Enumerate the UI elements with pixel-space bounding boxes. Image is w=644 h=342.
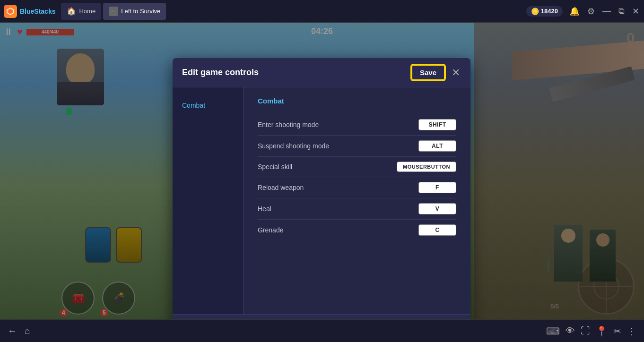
- edit-controls-dialog: Edit game controls Save ✕ Combat Combat …: [173, 58, 470, 319]
- game-tab-icon: 🎮: [109, 7, 118, 16]
- screen-icon[interactable]: ⛶: [581, 325, 590, 336]
- action-special-skill: Special skill: [258, 163, 292, 171]
- binding-row-grenade: Grenade C: [258, 220, 456, 240]
- binding-row-enter-shooting: Enter shooting mode SHIFT: [258, 114, 456, 136]
- coin-amount: 18420: [541, 8, 558, 15]
- settings-icon[interactable]: ⚙: [586, 5, 596, 17]
- menu-icon[interactable]: ⋮: [627, 325, 636, 337]
- key-btn-reload-weapon[interactable]: F: [418, 182, 456, 193]
- bottombar: ← ⌂ ⌨ 👁 ⛶ 📍 ✂ ⋮: [0, 319, 644, 342]
- notification-icon[interactable]: 🔔: [568, 5, 581, 17]
- minimize-icon[interactable]: —: [601, 5, 612, 17]
- bottombar-home-icon[interactable]: ⌂: [25, 325, 30, 336]
- location-icon[interactable]: 📍: [596, 325, 608, 337]
- dialog-body: Combat Combat Enter shooting mode SHIFT …: [173, 87, 470, 314]
- dialog-header: Edit game controls Save ✕: [173, 58, 470, 87]
- key-btn-suspend-shooting[interactable]: ALT: [418, 140, 456, 152]
- binding-row-heal: Heal V: [258, 198, 456, 220]
- sidebar-item-combat-label: Combat: [182, 102, 205, 109]
- dialog-footer: Tip - Click the key box to assign a new …: [173, 314, 470, 319]
- keyboard-icon[interactable]: ⌨: [546, 325, 560, 337]
- action-grenade: Grenade: [258, 226, 283, 234]
- coin-icon: 🪙: [531, 8, 539, 15]
- section-title-combat: Combat: [258, 97, 456, 105]
- action-heal: Heal: [258, 205, 271, 213]
- close-window-icon[interactable]: ✕: [631, 5, 640, 17]
- dialog-content: Combat Enter shooting mode SHIFT Suspend…: [244, 87, 470, 314]
- dialog-header-actions: Save ✕: [411, 65, 463, 80]
- bottombar-left: ← ⌂: [8, 325, 30, 336]
- home-tab-icon: 🏠: [67, 7, 76, 16]
- bluestacks-label: BlueStacks: [20, 8, 55, 15]
- bs-logo-icon: [4, 5, 17, 18]
- game-area: ⏸ ♥ 440/440 04:26 🧰 4 💣: [0, 23, 644, 319]
- save-button[interactable]: Save: [411, 65, 445, 80]
- action-enter-shooting: Enter shooting mode: [258, 121, 319, 128]
- coins-display: 🪙 18420: [526, 6, 563, 17]
- action-reload-weapon: Reload weapon: [258, 184, 304, 191]
- key-btn-grenade[interactable]: C: [418, 224, 456, 236]
- topbar: BlueStacks 🏠 Home 🎮 Left to Survive 🪙 18…: [0, 0, 644, 23]
- cut-icon[interactable]: ✂: [613, 325, 621, 337]
- game-tab-label: Left to Survive: [121, 8, 160, 15]
- restore-icon[interactable]: ⧉: [618, 5, 626, 17]
- eye-icon[interactable]: 👁: [566, 325, 575, 336]
- binding-row-reload-weapon: Reload weapon F: [258, 177, 456, 198]
- bottombar-right: ⌨ 👁 ⛶ 📍 ✂ ⋮: [546, 325, 636, 337]
- key-btn-enter-shooting[interactable]: SHIFT: [418, 119, 456, 130]
- key-btn-heal[interactable]: V: [418, 203, 456, 214]
- topbar-right: 🪙 18420 🔔 ⚙ — ⧉ ✕: [526, 5, 640, 17]
- binding-row-special-skill: Special skill MOUSERBUTTON: [258, 157, 456, 177]
- home-tab-label: Home: [79, 8, 96, 15]
- dialog-sidebar: Combat: [173, 87, 244, 314]
- back-icon[interactable]: ←: [8, 325, 17, 336]
- sidebar-item-combat[interactable]: Combat: [173, 97, 243, 114]
- key-btn-special-skill[interactable]: MOUSERBUTTON: [397, 162, 456, 172]
- action-suspend-shooting: Suspend shooting mode: [258, 142, 329, 150]
- binding-row-suspend-shooting: Suspend shooting mode ALT: [258, 136, 456, 157]
- dialog-title: Edit game controls: [182, 68, 259, 77]
- bluestacks-logo: BlueStacks: [4, 5, 55, 18]
- home-tab[interactable]: 🏠 Home: [61, 3, 101, 20]
- game-tab[interactable]: 🎮 Left to Survive: [103, 3, 166, 20]
- svg-marker-1: [9, 9, 12, 14]
- close-dialog-button[interactable]: ✕: [449, 66, 463, 80]
